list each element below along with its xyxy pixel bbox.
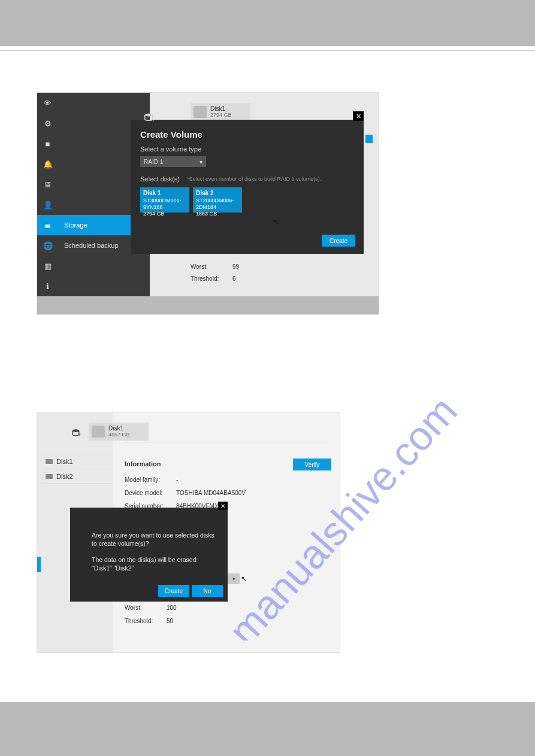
confirm-message: Are you sure you want to use selected di…	[92, 532, 217, 548]
erase-warning-line: The data on the disk(s) will be erased:	[92, 556, 217, 564]
info-label: Model family:	[125, 476, 170, 483]
disk-tab-name: Disk1	[108, 426, 130, 432]
select-disks-label: Select disk(s)	[140, 175, 180, 183]
action-strip[interactable]	[365, 135, 373, 143]
disk-card-group: Disk 1 ST3000DM001-9YN166 2794 GB Disk 2…	[140, 187, 354, 212]
nav-icon-rail: 👁 ⚙ ■ 🔔 🖥 👤 ≣ 🌐 ▥ ℹ	[37, 93, 58, 296]
nav-alert-icon[interactable]: 🔔	[37, 154, 58, 174]
nav-settings-icon[interactable]: ⚙	[37, 113, 58, 133]
no-button[interactable]: No	[192, 585, 223, 597]
disk-tab-size: 4657 GB	[108, 432, 130, 438]
drive-icon	[92, 426, 105, 438]
disk-list-item[interactable]: Disk1	[41, 454, 113, 469]
disk-tab-size: 2794 GB	[210, 113, 232, 118]
create-button[interactable]: Create	[158, 585, 189, 597]
close-icon[interactable]: ✕	[353, 111, 364, 121]
disk-list-label: Disk2	[56, 473, 73, 480]
smart-values: Worst:99 Threshold:6	[191, 260, 239, 284]
disk-card-name: Disk 1	[143, 190, 186, 198]
volume-type-select[interactable]: RAID 1 ▾	[140, 156, 206, 167]
nav-display-icon[interactable]: 🖥	[37, 174, 58, 195]
page-header-divider	[0, 46, 535, 51]
drive-icon	[46, 474, 53, 479]
disk-card[interactable]: Disk 2 ST2000DM006-2DM164 1863 GB	[193, 187, 242, 212]
worst-value: 99	[232, 263, 239, 270]
cursor-icon: ↖	[241, 575, 247, 583]
erase-warning: The data on the disk(s) will be erased: …	[92, 556, 217, 572]
drive-icon	[46, 459, 53, 464]
nav-info-icon[interactable]: ℹ	[37, 276, 58, 296]
nav-library-icon[interactable]: ▥	[37, 256, 58, 276]
disk-list-item[interactable]: Disk2	[41, 469, 113, 484]
disk-card-name: Disk 2	[196, 190, 239, 198]
dropdown-toggle[interactable]: ▾	[228, 573, 240, 584]
nav-storage-icon[interactable]: ≣	[37, 215, 58, 235]
disk-tab-label: Disk1 2794 GB	[210, 106, 232, 118]
chevron-down-icon: ▾	[200, 159, 202, 165]
nav-user-icon[interactable]: 👤	[37, 195, 58, 215]
svg-text:+: +	[152, 117, 155, 123]
page-header-bar	[0, 0, 535, 46]
panel-divider	[123, 442, 329, 442]
disk-tab-label: Disk1 4657 GB	[108, 426, 130, 438]
info-value: TOSHIBA MD04ABA500V	[176, 490, 246, 496]
svg-point-2	[72, 429, 79, 432]
create-button[interactable]: Create	[322, 235, 355, 247]
disk-card-model: ST2000DM006-2DM164	[196, 198, 239, 211]
drive-icon	[194, 106, 207, 118]
dialog-title: Create Volume	[140, 129, 354, 139]
add-volume-icon: +	[144, 112, 156, 124]
disk-card-size: 2794 GB	[143, 211, 186, 217]
information-heading: Information	[125, 460, 161, 467]
disk-card-size: 1863 GB	[196, 211, 239, 217]
create-volume-dialog: + ✕ Create Volume Select a volume type R…	[131, 120, 364, 254]
disk-card[interactable]: Disk 1 ST3000DM001-9YN166 2794 GB	[140, 187, 189, 212]
threshold-value: 50	[167, 618, 173, 624]
info-value: -	[176, 476, 178, 483]
select-disks-hint: *Select even number of disks to build RA…	[187, 176, 321, 182]
worst-value: 100	[167, 605, 177, 611]
verify-button[interactable]: Verify	[293, 459, 331, 470]
disk-card-model: ST3000DM001-9YN166	[143, 198, 186, 211]
disk-tab-name: Disk1	[210, 106, 232, 113]
info-label: Device model:	[125, 490, 170, 496]
window-taskbar	[37, 296, 379, 314]
confirm-create-dialog: ✕ Are you sure you want to use selected …	[70, 508, 228, 602]
worst-label: Worst:	[125, 605, 161, 611]
disk-list-label: Disk1	[56, 458, 73, 465]
worst-label: Worst:	[191, 263, 226, 270]
svg-text:+: +	[78, 432, 81, 438]
volume-type-label: Select a volume type	[140, 145, 354, 153]
page-footer-bar	[0, 702, 535, 756]
disk-tab[interactable]: Disk1 2794 GB	[191, 103, 250, 121]
svg-point-0	[145, 114, 153, 117]
nav-overview-icon[interactable]: 👁	[37, 93, 58, 113]
threshold-value: 6	[232, 275, 236, 282]
erase-disk-list: "Disk1" "Disk2"	[92, 564, 217, 573]
threshold-label: Threshold:	[191, 275, 226, 282]
cursor-icon: ↖	[273, 217, 279, 226]
smart-values: Worst:100 Threshold:50	[125, 601, 177, 627]
close-icon[interactable]: ✕	[218, 502, 228, 510]
disk-tab[interactable]: Disk1 4657 GB	[89, 423, 149, 441]
threshold-label: Threshold:	[125, 618, 161, 624]
nav-network-icon[interactable]: 🌐	[37, 235, 58, 256]
nav-camera-icon[interactable]: ■	[37, 133, 58, 154]
volume-type-value: RAID 1	[144, 159, 163, 165]
